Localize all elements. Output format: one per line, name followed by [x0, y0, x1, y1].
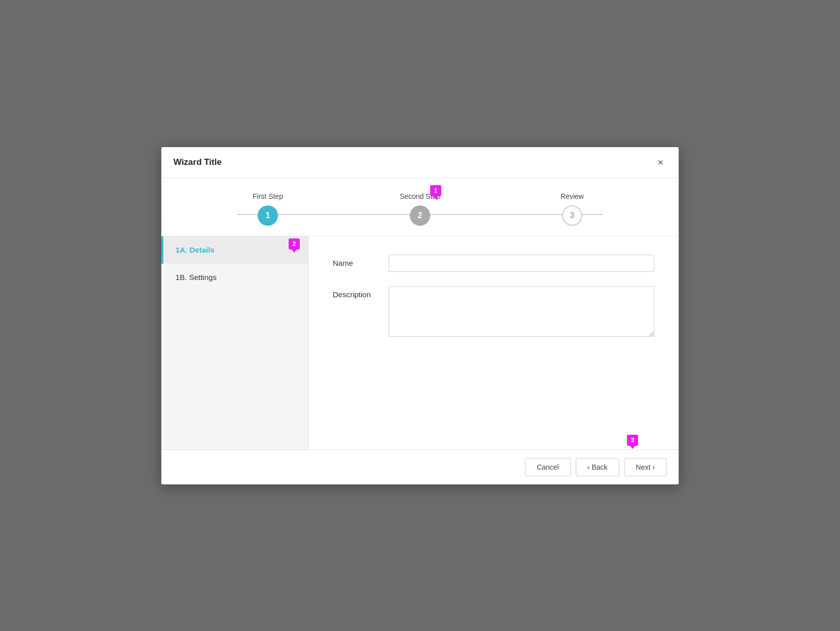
annotation-badge-1: 1 [430, 185, 441, 196]
back-button[interactable]: ‹ Back [576, 458, 619, 476]
back-chevron-left-icon: ‹ [587, 463, 590, 471]
dialog-header: Wizard Title × [161, 147, 679, 178]
stepper: First Step 1 1 Second Step 2 Review 3 [192, 192, 648, 226]
next-chevron-right-icon: › [652, 463, 655, 471]
step-1-circle[interactable]: 1 [258, 205, 278, 226]
cancel-button[interactable]: Cancel [525, 458, 571, 476]
sidebar: 2 1A. Details › 1B. Settings [161, 236, 308, 449]
step-3: Review 3 [496, 192, 648, 226]
sidebar-item-settings[interactable]: 1B. Settings [161, 264, 308, 291]
step-1-label: First Step [253, 192, 283, 200]
sidebar-item-details[interactable]: 1A. Details › [161, 236, 308, 264]
main-content: Name Description [308, 236, 679, 449]
dialog-body: 2 1A. Details › 1B. Settings Name Descri… [161, 236, 679, 449]
annotation-badge-2: 2 [289, 238, 300, 250]
description-input[interactable] [389, 286, 654, 337]
close-button[interactable]: × [654, 156, 667, 168]
name-row: Name [333, 255, 654, 272]
step-2-circle[interactable]: 2 [410, 205, 430, 226]
dialog-title: Wizard Title [173, 157, 222, 167]
name-label: Name [333, 255, 389, 267]
sidebar-item-details-wrapper: 2 1A. Details › [161, 236, 308, 264]
wizard-dialog: Wizard Title × First Step 1 1 Second Ste… [161, 147, 679, 484]
name-input[interactable] [389, 255, 654, 272]
step-3-circle[interactable]: 3 [562, 205, 582, 226]
next-button[interactable]: Next › [624, 458, 667, 476]
step-1: First Step 1 [192, 192, 344, 226]
step-3-label: Review [561, 192, 584, 200]
sidebar-item-details-label: 1A. Details [176, 246, 215, 254]
dialog-footer: 3 Cancel ‹ Back Next › [161, 449, 679, 484]
sidebar-item-settings-label: 1B. Settings [176, 273, 217, 282]
description-row: Description [333, 286, 654, 337]
step-2: 1 Second Step 2 [344, 192, 496, 226]
stepper-area: First Step 1 1 Second Step 2 Review 3 [161, 178, 679, 236]
description-label: Description [333, 286, 389, 299]
annotation-badge-3: 3 [627, 435, 638, 446]
